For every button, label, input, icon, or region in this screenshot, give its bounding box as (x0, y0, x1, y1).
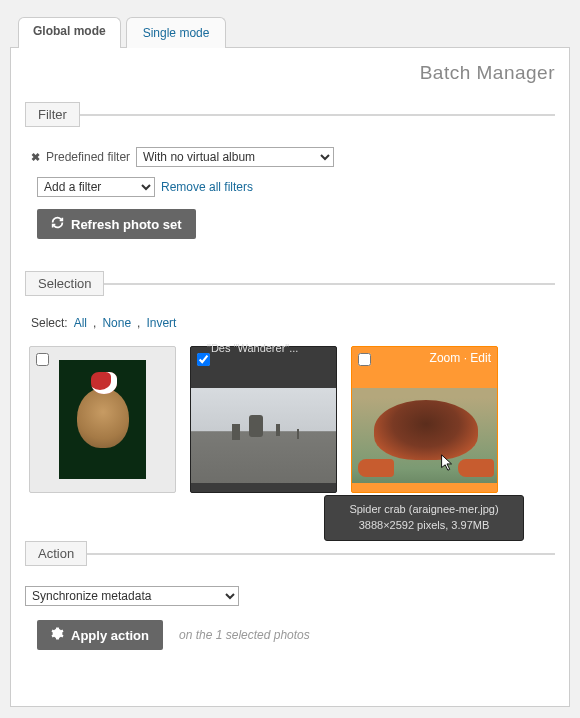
thumbnail-tooltip: Spider crab (araignee-mer.jpg) 3888×2592… (324, 495, 524, 541)
add-filter-select[interactable]: Add a filter (37, 177, 155, 197)
filter-legend: Filter (25, 102, 80, 127)
gear-icon (51, 627, 64, 643)
thumbnail-checkbox[interactable] (36, 353, 49, 366)
select-invert-link[interactable]: Invert (146, 316, 176, 330)
select-label: Select: (31, 316, 68, 330)
selection-fieldset: Selection Select: All, None, Invert "Des… (25, 271, 555, 501)
thumbnail-checkbox[interactable] (197, 353, 210, 366)
refresh-photo-set-button[interactable]: Refresh photo set (37, 209, 196, 239)
tab-global-mode[interactable]: Global mode (18, 17, 121, 48)
thumbnail-item[interactable] (29, 346, 176, 493)
select-none-link[interactable]: None (102, 316, 131, 330)
page-title: Batch Manager (25, 62, 555, 84)
refresh-button-label: Refresh photo set (71, 217, 182, 232)
thumbnail-zoom-link[interactable]: Zoom (430, 351, 461, 365)
mode-tabs: Global mode Single mode (18, 17, 580, 48)
thumbnail-actions: Zoom · Edit (430, 351, 491, 365)
tab-single-mode[interactable]: Single mode (126, 17, 227, 48)
apply-action-button[interactable]: Apply action (37, 620, 163, 650)
action-select[interactable]: Synchronize metadata (25, 586, 239, 606)
filter-fieldset: Filter ✖ Predefined filter With no virtu… (25, 102, 555, 249)
thumbnail-caption: "Des "Wanderer"... (207, 342, 298, 354)
selection-legend: Selection (25, 271, 104, 296)
refresh-icon (51, 216, 64, 232)
thumbnail-image (352, 388, 497, 483)
remove-filter-icon[interactable]: ✖ (31, 151, 40, 164)
apply-action-label: Apply action (71, 628, 149, 643)
thumbnail-image (191, 388, 336, 483)
tooltip-dimensions: 3888×2592 pixels, 3.97MB (331, 518, 517, 534)
predefined-filter-label: Predefined filter (46, 150, 130, 164)
thumbnail-grid: "Des "Wanderer"... Zoom · Edit Spider cr… (29, 346, 555, 493)
main-panel: Batch Manager Filter ✖ Predefined filter… (10, 47, 570, 707)
tooltip-filename: Spider crab (araignee-mer.jpg) (331, 502, 517, 518)
thumbnail-item[interactable]: "Des "Wanderer"... (190, 346, 337, 493)
thumbnail-item[interactable]: Zoom · Edit Spider crab (araignee-mer.jp… (351, 346, 498, 493)
thumbnail-edit-link[interactable]: Edit (470, 351, 491, 365)
action-legend: Action (25, 541, 87, 566)
action-status-text: on the 1 selected photos (179, 628, 310, 642)
thumbnail-checkbox[interactable] (358, 353, 371, 366)
select-all-link[interactable]: All (74, 316, 87, 330)
action-fieldset: Action Synchronize metadata Apply action… (25, 541, 555, 660)
thumbnail-image (59, 360, 146, 479)
remove-all-filters-link[interactable]: Remove all filters (161, 180, 253, 194)
predefined-filter-select[interactable]: With no virtual album (136, 147, 334, 167)
